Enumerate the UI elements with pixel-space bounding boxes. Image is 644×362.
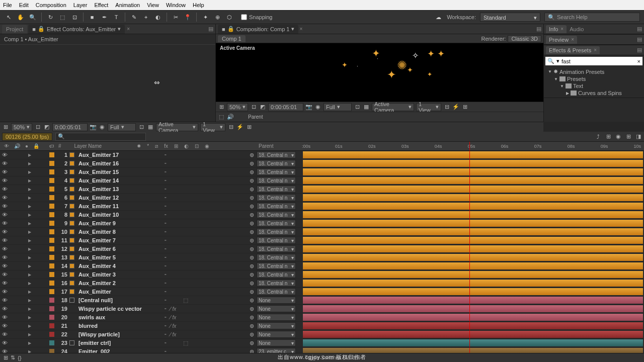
color-label[interactable] bbox=[49, 340, 54, 345]
pickwhip-icon[interactable]: ⊚ bbox=[249, 246, 255, 252]
camera-dropdown[interactable]: Active Camera▾ bbox=[156, 123, 198, 131]
switch-icon[interactable]: ⁃ bbox=[164, 220, 167, 227]
layer-bar[interactable] bbox=[303, 237, 643, 244]
time-ruler[interactable]: :00s01s02s03s04s05s06s07s08s09s10s bbox=[302, 142, 644, 150]
visibility-toggle[interactable]: 👁 bbox=[2, 160, 8, 166]
zoom-tool-icon[interactable]: 🔍 bbox=[28, 13, 37, 22]
playhead[interactable] bbox=[469, 330, 470, 338]
layer-name[interactable]: Aux_Emitter 10 bbox=[76, 212, 162, 218]
close-tab-icon[interactable]: × bbox=[299, 26, 302, 32]
menu-effect[interactable]: Effect bbox=[94, 2, 108, 8]
color-label[interactable] bbox=[49, 255, 54, 260]
menu-window[interactable]: Window bbox=[166, 2, 186, 8]
layer-row[interactable]: 👁▶13Aux_Emitter 5⁃⊚18. Central n▾ bbox=[0, 253, 644, 262]
pickwhip-icon[interactable]: ⊚ bbox=[249, 186, 255, 192]
pickwhip-icon[interactable]: ⊚ bbox=[249, 195, 255, 201]
layer-name[interactable]: Aux_Emitter 6 bbox=[76, 246, 162, 252]
motion-blur-icon[interactable]: ◉ bbox=[615, 133, 622, 140]
graph-editor-icon[interactable]: ⊞ bbox=[625, 133, 632, 140]
comp-subtab[interactable]: Comp 1 bbox=[218, 35, 246, 42]
layer-name[interactable]: Aux_Emitter 13 bbox=[76, 186, 162, 192]
pickwhip-icon[interactable]: ⊚ bbox=[249, 177, 255, 184]
brush-tool-icon[interactable]: ✎ bbox=[129, 13, 138, 22]
ruler-icon[interactable]: ⊡ bbox=[34, 124, 41, 131]
axis-local-icon[interactable]: ✦ bbox=[201, 13, 210, 22]
layer-bar[interactable] bbox=[303, 220, 643, 227]
parent-dropdown[interactable]: 18. Central n▾ bbox=[257, 237, 296, 244]
parent-dropdown[interactable]: 18. Central n▾ bbox=[257, 288, 296, 295]
resolution-dropdown[interactable]: Full▾ bbox=[108, 123, 136, 131]
layer-bar[interactable] bbox=[303, 203, 643, 210]
switch-icon[interactable]: ⁃ bbox=[164, 263, 167, 269]
layer-row[interactable]: 👁▶10Aux_Emitter 8⁃⊚18. Central n▾ bbox=[0, 228, 644, 236]
twirl-icon[interactable]: ▶ bbox=[28, 264, 32, 268]
switch-icon[interactable]: ◉ bbox=[203, 143, 211, 149]
draft-3d-icon[interactable]: ◨ bbox=[635, 133, 642, 140]
pickwhip-icon[interactable]: ⊚ bbox=[249, 212, 255, 218]
twirl-icon[interactable]: ▶ bbox=[28, 324, 32, 328]
color-label[interactable] bbox=[49, 212, 54, 217]
pickwhip-icon[interactable]: ⊚ bbox=[249, 254, 255, 260]
twirl-icon[interactable]: ▶ bbox=[28, 332, 32, 337]
visibility-toggle[interactable]: 👁 bbox=[2, 348, 8, 353]
views-dropdown[interactable]: 1 View▾ bbox=[200, 123, 225, 131]
pickwhip-icon[interactable]: ⊚ bbox=[249, 323, 255, 329]
layer-row[interactable]: 👁▶7Aux_Emitter 11⁃⊚18. Central n▾ bbox=[0, 202, 644, 211]
visibility-toggle[interactable]: 👁 bbox=[2, 203, 8, 209]
layer-row[interactable]: 👁▶3Aux_Emitter 15⁃⊚18. Central n▾ bbox=[0, 168, 644, 176]
color-label[interactable] bbox=[49, 161, 54, 166]
parent-dropdown[interactable]: None▾ bbox=[257, 322, 296, 329]
layer-bar[interactable] bbox=[303, 228, 643, 235]
puppet-tool-icon[interactable]: 📍 bbox=[183, 13, 192, 22]
playhead[interactable] bbox=[469, 253, 470, 261]
menu-help[interactable]: Help bbox=[193, 2, 204, 8]
3d-switch[interactable]: ⬚ bbox=[183, 340, 188, 346]
twirl-icon[interactable]: ▶ bbox=[28, 307, 32, 311]
color-label[interactable] bbox=[49, 169, 54, 174]
color-label[interactable] bbox=[49, 263, 54, 268]
workspace-dropdown[interactable]: Standard▾ bbox=[480, 13, 540, 22]
playhead[interactable] bbox=[469, 151, 470, 159]
playhead[interactable] bbox=[469, 347, 470, 353]
playhead[interactable] bbox=[469, 236, 470, 244]
playhead[interactable] bbox=[469, 279, 470, 287]
switch-icon[interactable]: ⁃ bbox=[164, 289, 167, 295]
color-label[interactable] bbox=[49, 289, 54, 294]
views-dropdown[interactable]: 1 View▾ bbox=[416, 103, 441, 111]
layer-bar[interactable] bbox=[303, 168, 643, 175]
tree-item[interactable]: ▼✸Animation Presets bbox=[544, 68, 644, 75]
layer-bar[interactable] bbox=[303, 262, 643, 269]
layer-bar[interactable] bbox=[303, 271, 643, 278]
layer-bar[interactable] bbox=[303, 331, 643, 338]
twirl-icon[interactable]: ▶ bbox=[28, 170, 32, 174]
visibility-toggle[interactable]: 👁 bbox=[2, 246, 8, 252]
pickwhip-icon[interactable]: ⊚ bbox=[249, 280, 255, 286]
layer-name[interactable]: [Wispy particle] bbox=[76, 331, 162, 337]
layer-row[interactable]: 👁▶18[Central null]⁃⬚⊚None▾ bbox=[0, 296, 644, 305]
pickwhip-icon[interactable]: ⊚ bbox=[249, 169, 255, 175]
color-label[interactable] bbox=[49, 229, 54, 234]
renderer-dropdown[interactable]: Classic 3D bbox=[508, 35, 541, 42]
fx-switch[interactable]: ∕ fx bbox=[170, 323, 176, 329]
snapping-toggle[interactable]: Snapping bbox=[241, 14, 273, 20]
visibility-toggle[interactable]: 👁 bbox=[2, 152, 8, 158]
hide-shy-icon[interactable]: ⬚ bbox=[218, 114, 225, 121]
layer-row[interactable]: 👁▶6Aux_Emitter 12⁃⊚18. Central n▾ bbox=[0, 194, 644, 202]
switch-icon[interactable]: ⁃ bbox=[164, 314, 167, 321]
layer-row[interactable]: 👁▶19Wispy particle cc vector⁃∕ fx⊚None▾ bbox=[0, 305, 644, 313]
layer-row[interactable]: 👁▶23[emitter ctrl]⁃⬚⊚None▾ bbox=[0, 339, 644, 347]
layer-name[interactable]: Aux_Emitter 17 bbox=[76, 152, 162, 158]
layer-name[interactable]: Aux_Emitter 9 bbox=[76, 220, 162, 226]
playhead[interactable] bbox=[469, 322, 470, 330]
layer-row[interactable]: 👁▶21blurred⁃∕ fx⊚None▾ bbox=[0, 322, 644, 330]
parent-dropdown[interactable]: 18. Central n▾ bbox=[257, 220, 296, 227]
tab-project[interactable]: Project bbox=[2, 25, 27, 34]
layer-row[interactable]: 👁▶14Aux_Emitter 4⁃⊚18. Central n▾ bbox=[0, 262, 644, 270]
layer-row[interactable]: 👁▶8Aux_Emitter 10⁃⊚18. Central n▾ bbox=[0, 211, 644, 219]
parent-dropdown[interactable]: 18. Central n▾ bbox=[257, 228, 296, 235]
visibility-toggle[interactable]: 👁 bbox=[2, 340, 8, 346]
axis-view-icon[interactable]: ⬡ bbox=[225, 13, 234, 22]
lock-column-icon[interactable]: 🔒 bbox=[31, 143, 41, 149]
parent-dropdown[interactable]: None▾ bbox=[257, 314, 296, 321]
parent-dropdown[interactable]: 18. Central n▾ bbox=[257, 186, 296, 193]
